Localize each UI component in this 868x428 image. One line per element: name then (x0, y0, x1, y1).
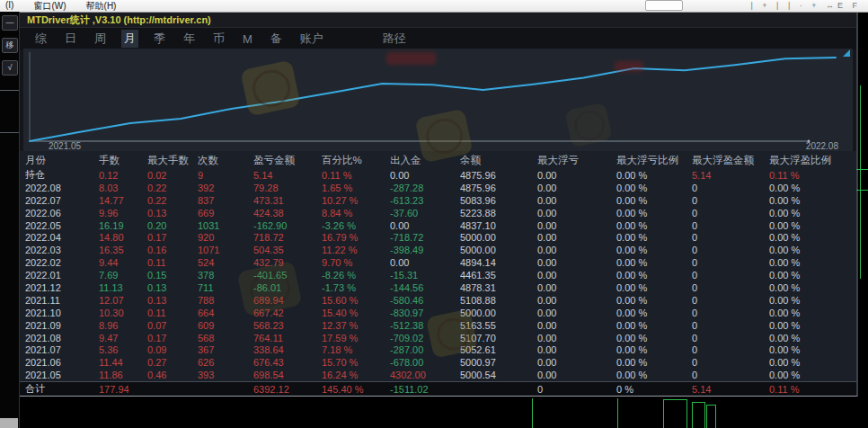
background-chart-candle (663, 399, 687, 428)
table-cell: 0.00 (537, 208, 616, 218)
table-cell: 0.22 (147, 195, 198, 206)
table-cell: 合计 (25, 382, 99, 396)
table-cell: 0.22 (147, 183, 198, 193)
background-chart-line (617, 398, 618, 428)
watermark-red-blob (386, 52, 436, 65)
chart-resize-handle[interactable] (843, 49, 850, 57)
menu-item[interactable]: 窗口(W) (33, 0, 66, 13)
table-cell: 5000.54 (460, 370, 537, 380)
table-cell: 5.14 (253, 170, 322, 181)
column-header: 手数 (99, 154, 147, 167)
table-row[interactable]: 2022.0414.800.17920718.7216.79 %-718.725… (20, 231, 856, 244)
table-cell: 2022.06 (25, 208, 99, 218)
table-row[interactable]: 2022.069.960.13669424.388.84 %-37.605223… (20, 207, 856, 219)
table-row[interactable]: 2021.1211.130.13711-86.01-1.73 %-144.564… (20, 281, 856, 294)
tab-备[interactable]: 备 (268, 30, 285, 48)
strip-button-1[interactable]: — (2, 15, 18, 31)
table-cell: 6392.12 (253, 384, 322, 395)
table-cell: 0 (692, 370, 769, 380)
tab-综[interactable]: 综 (32, 30, 49, 48)
table-cell: -398.49 (390, 245, 460, 255)
table-cell: -162.90 (253, 220, 322, 231)
column-header: 盈亏金额 (253, 154, 322, 167)
table-cell: 718.72 (253, 232, 322, 243)
table-cell: 0.00 % (616, 270, 692, 281)
table-cell: 11.22 % (322, 245, 390, 255)
tab-季[interactable]: 季 (151, 30, 168, 48)
tab-M[interactable]: M (240, 31, 255, 47)
table-cell: 2021.06 (25, 357, 99, 368)
table-cell: 0.00 % (616, 333, 692, 343)
tab-币[interactable]: 币 (210, 30, 227, 48)
table-cell: 0.00 % (616, 220, 692, 231)
table-cell: 2021.09 (25, 320, 99, 331)
column-header: 月份 (25, 154, 99, 167)
menu-item[interactable]: 帮助(H) (86, 0, 117, 13)
table-cell: 0 (692, 232, 769, 243)
table-total-row[interactable]: 合计177.946392.12145.40 %-1511.0200 %5.140… (20, 381, 856, 396)
table-cell: 16.79 % (322, 232, 390, 243)
table-row[interactable]: 2022.0714.770.22837473.3110.27 %-613.235… (20, 194, 856, 207)
table-cell: 0.00 % (616, 195, 692, 206)
table-cell: -3.26 % (322, 220, 390, 231)
table-row[interactable]: 持仓0.120.0295.140.11 %0.004875.960.000.00… (20, 169, 856, 182)
table-row[interactable]: 2022.0516.190.201031-162.90-3.26 %0.0048… (20, 219, 856, 232)
table-row[interactable]: 2022.088.030.2239279.281.65 %-287.284875… (20, 182, 856, 194)
table-cell: 338.64 (253, 344, 322, 355)
tab-日[interactable]: 日 (62, 30, 79, 48)
background-chart-line (532, 398, 533, 428)
table-cell: 2022.07 (25, 195, 99, 206)
table-cell: 0.00 % (769, 195, 856, 206)
table-cell: 0.00 % (616, 257, 692, 268)
table-cell: 0.00 (537, 245, 616, 255)
table-cell: 0.00 (537, 195, 616, 206)
tab-年[interactable]: 年 (181, 30, 198, 48)
table-cell: 0.07 (147, 320, 198, 331)
table-cell: 0.00 % (769, 220, 856, 231)
menu-items: (I)窗口(W)帮助(H) (0, 0, 116, 13)
table-cell: 2021.07 (25, 344, 99, 355)
table-cell: 0.00 (537, 344, 616, 355)
table-cell: 0.00 (537, 270, 616, 281)
table-cell: 0.00 % (616, 344, 692, 355)
table-cell: -1511.02 (390, 384, 460, 395)
table-cell: 2021.12 (25, 282, 99, 293)
table-row[interactable]: 2021.0611.440.27626676.4315.70 %-678.005… (20, 356, 856, 369)
table-cell: 676.43 (253, 357, 322, 368)
panel-title-bar[interactable]: MTDriver统计 ,V3.10 (http://mtdriver.cn) (20, 13, 856, 28)
table-cell: 4875.96 (460, 170, 537, 181)
table-row[interactable]: 2021.1112.070.13788689.9415.60 %-580.465… (20, 294, 856, 307)
tab-月[interactable]: 月 (121, 30, 138, 48)
column-header: 最大浮亏比例 (616, 154, 692, 167)
tab-路径[interactable]: 路径 (380, 30, 409, 48)
watermark-red-blob (615, 61, 643, 72)
table-cell: 669 (198, 208, 253, 218)
strip-button-3[interactable]: √ (2, 60, 18, 76)
table-cell: 0.00 (537, 357, 616, 368)
background-chart-tick (856, 169, 868, 170)
table-cell: 0.00 (390, 220, 460, 231)
strip-button-2[interactable]: 移 (2, 38, 18, 53)
table-cell: 1071 (198, 245, 253, 255)
tab-账户[interactable]: 账户 (297, 30, 326, 48)
column-header: 最大浮盈比例 (769, 154, 856, 167)
table-row[interactable]: 2021.0511.860.46393698.5416.24 %4302.005… (20, 369, 856, 381)
table-cell: -580.46 (390, 295, 460, 306)
menu-item[interactable]: (I) (5, 0, 13, 13)
table-cell: 0 (692, 357, 769, 368)
tab-周[interactable]: 周 (92, 30, 109, 48)
table-cell: -8.26 % (322, 270, 390, 281)
table-cell: 0.00 % (769, 282, 856, 293)
table-cell: 0.17 (147, 333, 198, 343)
toolbar-dropdown[interactable] (645, 0, 683, 11)
table-row[interactable]: 2022.017.690.15378-401.65-8.26 %-15.3144… (20, 269, 856, 281)
table-row[interactable]: 2022.029.440.11524432.799.70 %0.004894.1… (20, 256, 856, 269)
table-cell: 0.00 % (616, 357, 692, 368)
table-cell: 1031 (198, 220, 253, 231)
table-cell: 0.00 (537, 308, 616, 318)
table-row[interactable]: 2022.0316.350.161071504.3511.22 %-398.49… (20, 244, 856, 256)
table-cell: 4461.35 (460, 270, 537, 281)
table-cell: 0.12 (99, 170, 147, 181)
table-cell: -15.31 (390, 270, 460, 281)
table-cell: 17.59 % (322, 333, 390, 343)
